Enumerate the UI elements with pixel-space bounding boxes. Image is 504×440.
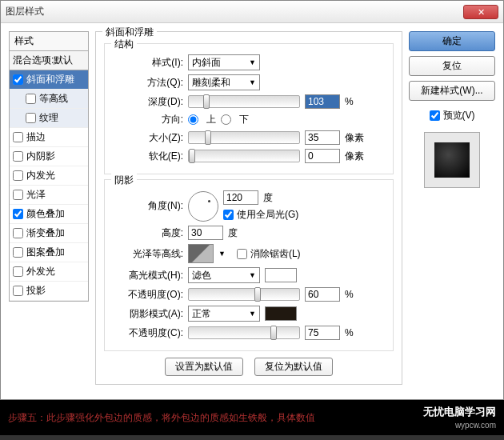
styles-header: 样式 (9, 31, 89, 51)
close-button[interactable]: ✕ (463, 5, 498, 19)
style-checkbox[interactable] (13, 209, 23, 219)
style-item-5[interactable]: 内发光 (10, 166, 88, 186)
shadow-mode-label: 阴影模式(A): (113, 307, 183, 321)
shadow-opacity-input[interactable] (305, 326, 340, 340)
style-checkbox[interactable] (13, 190, 23, 200)
structure-group: 结构 样式(I): 内斜面▼ 方法(Q): 雕刻柔和▼ (104, 43, 394, 174)
chevron-down-icon: ▼ (249, 271, 256, 279)
altitude-input[interactable] (188, 226, 223, 240)
style-select[interactable]: 内斜面▼ (188, 54, 260, 70)
style-item-10[interactable]: 外发光 (10, 262, 88, 282)
style-label: 样式(I): (113, 56, 183, 70)
style-checkbox[interactable] (13, 170, 23, 181)
angle-wheel[interactable] (188, 191, 218, 222)
highlight-opacity-label: 不透明度(O): (113, 288, 183, 302)
depth-label: 深度(D): (113, 95, 183, 109)
style-checkbox[interactable] (13, 151, 23, 162)
style-label: 等高线 (39, 92, 68, 106)
ok-button[interactable]: 确定 (409, 31, 495, 51)
antialias-checkbox[interactable]: 消除锯齿(L) (237, 247, 301, 261)
method-select[interactable]: 雕刻柔和▼ (188, 74, 260, 90)
style-label: 颜色叠加 (26, 207, 65, 221)
footer-brand-sub: wypcw.com (455, 421, 496, 430)
angle-label: 角度(N): (113, 199, 183, 213)
style-item-4[interactable]: 内阴影 (10, 147, 88, 166)
style-item-2[interactable]: 纹理 (10, 109, 88, 128)
style-item-6[interactable]: 光泽 (10, 186, 88, 205)
style-label: 渐变叠加 (26, 226, 65, 240)
style-label: 纹理 (39, 111, 58, 125)
size-input[interactable] (305, 130, 340, 145)
shadow-opacity-label: 不透明度(C): (113, 326, 183, 340)
depth-input[interactable] (305, 94, 340, 109)
highlight-opacity-slider[interactable] (188, 288, 300, 301)
chevron-down-icon: ▼ (249, 310, 256, 318)
style-checkbox[interactable] (13, 286, 23, 296)
highlight-color-swatch[interactable] (265, 268, 297, 282)
size-slider[interactable] (188, 131, 300, 144)
direction-down-radio[interactable]: 下 (221, 113, 249, 126)
preview-checkbox[interactable]: 预览(V) (409, 109, 495, 122)
shadow-mode-select[interactable]: 正常▼ (188, 306, 260, 322)
style-label: 描边 (26, 130, 46, 144)
shading-group: 阴影 角度(N): 度 使用全局光(G) 高度: (104, 179, 394, 351)
style-label: 光泽 (26, 188, 46, 202)
set-default-button[interactable]: 设置为默认值 (165, 358, 243, 376)
style-item-0[interactable]: 斜面和浮雕 (10, 70, 88, 90)
style-item-1[interactable]: 等高线 (10, 90, 88, 109)
style-label: 图案叠加 (26, 246, 65, 259)
styles-panel: 样式 混合选项:默认 斜面和浮雕等高线纹理描边内阴影内发光光泽颜色叠加渐变叠加图… (9, 31, 89, 391)
style-checkbox[interactable] (26, 94, 36, 104)
style-item-9[interactable]: 图案叠加 (10, 243, 88, 262)
soften-input[interactable] (305, 149, 340, 163)
depth-slider[interactable] (188, 95, 300, 108)
style-label: 外发光 (26, 265, 55, 278)
style-item-3[interactable]: 描边 (10, 128, 88, 147)
chevron-down-icon: ▼ (249, 78, 256, 86)
shadow-opacity-slider[interactable] (188, 326, 300, 339)
new-style-button[interactable]: 新建样式(W)... (409, 81, 495, 101)
style-label: 投影 (26, 284, 46, 298)
method-label: 方法(Q): (113, 76, 183, 90)
style-checkbox[interactable] (13, 74, 23, 85)
style-checkbox[interactable] (26, 113, 36, 123)
soften-slider[interactable] (188, 150, 300, 162)
highlight-opacity-input[interactable] (305, 287, 340, 302)
highlight-mode-label: 高光模式(H): (113, 269, 183, 282)
gloss-contour-label: 光泽等高线: (113, 247, 183, 261)
style-label: 内发光 (26, 169, 55, 182)
style-label: 内阴影 (26, 150, 55, 163)
blend-options[interactable]: 混合选项:默认 (9, 51, 89, 70)
preview-thumbnail (424, 132, 480, 188)
size-label: 大小(Z): (113, 131, 183, 145)
chevron-down-icon[interactable]: ▼ (218, 250, 226, 258)
style-checkbox[interactable] (13, 247, 23, 258)
direction-label: 方向: (113, 113, 183, 126)
direction-up-radio[interactable]: 上 (188, 113, 216, 126)
footer-brand: 无忧电脑学习网 (423, 406, 496, 418)
cancel-button[interactable]: 复位 (409, 56, 495, 76)
style-label: 斜面和浮雕 (26, 73, 74, 86)
highlight-mode-select[interactable]: 滤色▼ (188, 267, 260, 283)
style-item-7[interactable]: 颜色叠加 (10, 205, 88, 224)
style-checkbox[interactable] (13, 266, 23, 277)
style-checkbox[interactable] (13, 228, 23, 238)
global-light-checkbox[interactable]: 使用全局光(G) (223, 208, 298, 222)
footer-hint: 步骤五：此步骤强化外包边的质感，将外包边的质感如生铁般，具体数值 (8, 411, 423, 425)
shadow-color-swatch[interactable] (265, 306, 297, 321)
chevron-down-icon: ▼ (249, 58, 256, 66)
style-checkbox[interactable] (13, 132, 23, 142)
gloss-contour-picker[interactable] (188, 244, 214, 263)
altitude-label: 高度: (113, 226, 183, 240)
angle-input[interactable] (223, 190, 258, 205)
soften-label: 软化(E): (113, 150, 183, 163)
style-item-8[interactable]: 渐变叠加 (10, 224, 88, 243)
style-item-11[interactable]: 投影 (10, 282, 88, 301)
reset-default-button[interactable]: 复位为默认值 (254, 358, 333, 376)
bevel-section: 斜面和浮雕 结构 样式(I): 内斜面▼ 方法(Q): 雕刻柔和▼ (95, 31, 402, 385)
window-title: 图层样式 (6, 5, 463, 18)
